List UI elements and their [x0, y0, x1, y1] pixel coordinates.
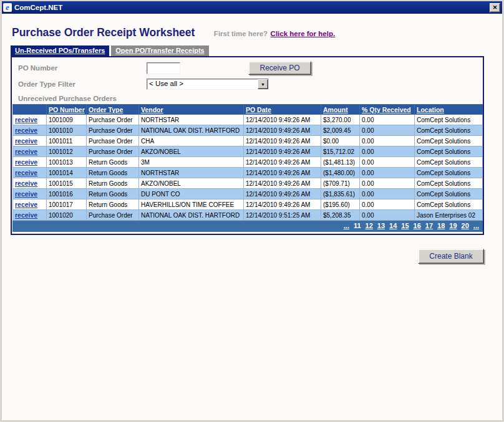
cell-po-date: 12/14/2010 9:49:26 AM — [244, 125, 321, 136]
column-header-vendor[interactable]: Vendor — [139, 105, 244, 115]
pagination-page-20[interactable]: 20 — [462, 222, 469, 229]
cell-order-type: Purchase Order — [87, 146, 139, 157]
pagination-row: ...11121314151617181920... — [13, 221, 483, 232]
cell-po-date: 12/14/2010 9:49:26 AM — [244, 115, 321, 125]
cell-po-date: 12/14/2010 9:49:26 AM — [244, 189, 321, 199]
receive-link[interactable]: receive — [15, 148, 37, 155]
pagination-page-18[interactable]: 18 — [437, 222, 445, 229]
cell-po-date: 12/14/2010 9:49:26 AM — [244, 146, 321, 157]
cell-action: receive — [13, 210, 47, 221]
receive-link[interactable]: receive — [15, 190, 37, 198]
cell-po-number: 1001011 — [47, 136, 87, 146]
cell-order-type: Purchase Order — [87, 136, 139, 146]
cell-po-number: 1001012 — [47, 146, 87, 157]
cell-vendor: 3M — [139, 157, 244, 168]
po-number-row: PO Number Receive PO — [12, 61, 483, 75]
column-header-po-date[interactable]: PO Date — [244, 105, 321, 115]
receive-link[interactable]: receive — [15, 201, 37, 208]
cell-amount: ($195.60) — [321, 199, 360, 210]
order-type-select[interactable]: < Use all > ▼ — [147, 79, 269, 90]
cell-location: ComCept Solutions — [415, 189, 483, 199]
column-header-qty-received[interactable]: % Qty Received — [360, 105, 415, 115]
tab-open-po-transfer-receipts[interactable]: Open PO/Transfer Receipts — [111, 46, 208, 56]
pagination-page-19[interactable]: 19 — [449, 222, 457, 229]
po-number-input[interactable] — [147, 62, 180, 74]
cell-order-type: Purchase Order — [87, 210, 139, 221]
order-type-filter-row: Order Type Filter < Use all > ▼ — [12, 79, 483, 90]
column-header-po-number[interactable]: PO Number — [47, 105, 87, 115]
cell-po-date: 12/14/2010 9:49:26 AM — [244, 157, 321, 168]
close-button[interactable]: ✕ — [490, 3, 500, 12]
receive-link[interactable]: receive — [15, 116, 37, 123]
cell-qty-received: 0.00 — [360, 157, 415, 168]
cell-action: receive — [13, 168, 47, 178]
tab-unreceived-pos-transfers[interactable]: Un-Received POs/Transfers — [11, 46, 109, 56]
table-row: receive1001014Return GoodsNORTHSTAR12/14… — [13, 168, 483, 178]
ie-logo-icon: e — [3, 3, 12, 12]
help-link[interactable]: Click here for help. — [271, 30, 336, 37]
cell-action: receive — [13, 157, 47, 168]
cell-vendor: NORTHSTAR — [139, 115, 244, 125]
receive-link[interactable]: receive — [15, 158, 37, 166]
cell-order-type: Purchase Order — [87, 125, 139, 136]
cell-amount: ($709.71) — [321, 178, 360, 189]
receive-link[interactable]: receive — [15, 127, 37, 134]
po-number-label: PO Number — [12, 64, 147, 72]
pagination-ellipsis-prev[interactable]: ... — [344, 222, 349, 229]
column-header-order-type[interactable]: Order Type — [87, 105, 139, 115]
chevron-down-icon[interactable]: ▼ — [258, 79, 268, 89]
cell-location: ComCept Solutions — [415, 136, 483, 146]
cell-po-date: 12/14/2010 9:51:25 AM — [244, 210, 321, 221]
pagination-page-15[interactable]: 15 — [401, 222, 409, 229]
pagination-page-14[interactable]: 14 — [389, 222, 397, 229]
order-type-filter-label: Order Type Filter — [12, 80, 147, 88]
table-row: receive1001010Purchase OrderNATIONAL OAK… — [13, 125, 483, 136]
receive-link[interactable]: receive — [15, 180, 37, 187]
pagination-page-13[interactable]: 13 — [377, 222, 385, 229]
pagination-page-16[interactable]: 16 — [414, 222, 421, 229]
app-window: e ComCept.NET ✕ Purchase Order Receipt W… — [0, 0, 504, 422]
cell-amount: $2,009.45 — [321, 125, 360, 136]
page-title: Purchase Order Receipt Worksheet — [12, 26, 195, 39]
create-blank-button[interactable]: Create Blank — [418, 249, 484, 264]
cell-po-date: 12/14/2010 9:49:26 AM — [244, 178, 321, 189]
cell-order-type: Return Goods — [87, 157, 139, 168]
cell-order-type: Return Goods — [87, 168, 139, 178]
table-row: receive1001011Purchase OrderCHA12/14/201… — [13, 136, 483, 146]
cell-location: ComCept Solutions — [415, 125, 483, 136]
cell-amount: $15,712.02 — [321, 146, 360, 157]
cell-action: receive — [13, 125, 47, 136]
cell-location: ComCept Solutions — [415, 178, 483, 189]
table-row: receive1001015Return GoodsAKZO/NOBEL12/1… — [13, 178, 483, 189]
pagination-ellipsis-next[interactable]: ... — [473, 222, 479, 229]
column-header-amount[interactable]: Amount — [321, 105, 360, 115]
cell-action: receive — [13, 199, 47, 210]
pagination-page-17[interactable]: 17 — [425, 222, 433, 229]
unreceived-purchase-orders-label: Unreceived Purchase Orders — [18, 95, 483, 102]
cell-po-date: 12/14/2010 9:49:26 AM — [244, 136, 321, 146]
column-header-action — [13, 105, 47, 115]
receive-po-button[interactable]: Receive PO — [248, 61, 311, 75]
column-header-label: PO Date — [246, 106, 271, 113]
cell-qty-received: 0.00 — [360, 146, 415, 157]
cell-amount: ($1,480.00) — [321, 168, 360, 178]
receive-link[interactable]: receive — [15, 137, 37, 145]
cell-vendor: AKZO/NOBEL — [139, 178, 244, 189]
column-header-label: Vendor — [141, 106, 163, 113]
cell-vendor: CHA — [139, 136, 244, 146]
cell-qty-received: 0.00 — [360, 199, 415, 210]
pagination-page-12[interactable]: 12 — [366, 222, 373, 229]
cell-qty-received: 0.00 — [360, 125, 415, 136]
cell-amount: $3,270.00 — [321, 115, 360, 125]
receive-link[interactable]: receive — [15, 211, 37, 219]
window-title: ComCept.NET — [14, 4, 62, 11]
cell-order-type: Return Goods — [87, 189, 139, 199]
title-bar: e ComCept.NET ✕ — [2, 1, 502, 14]
receive-link[interactable]: receive — [15, 169, 37, 176]
heading-row: Purchase Order Receipt Worksheet First t… — [2, 14, 502, 39]
cell-action: receive — [13, 115, 47, 125]
column-header-location[interactable]: Location — [415, 105, 483, 115]
cell-po-number: 1001013 — [47, 157, 87, 168]
page-content: Purchase Order Receipt Worksheet First t… — [2, 14, 502, 420]
cell-qty-received: 0.00 — [360, 136, 415, 146]
